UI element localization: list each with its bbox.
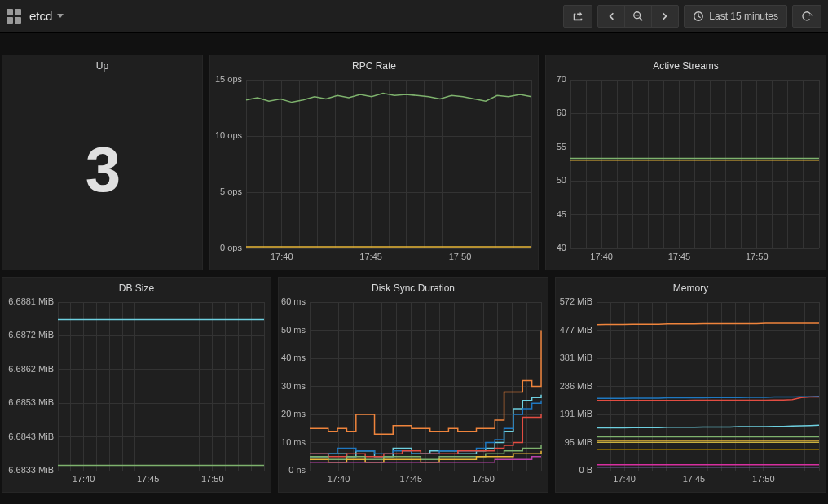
svg-text:17:40: 17:40: [328, 474, 350, 484]
zoom-out-icon: [632, 11, 644, 22]
time-back-button[interactable]: [598, 6, 625, 27]
nav-left: etcd: [7, 9, 64, 24]
dashboard-grid-icon[interactable]: [7, 9, 21, 24]
chevron-left-icon: [606, 11, 617, 22]
chart-rpc-rate: 0 ops5 ops10 ops15 ops17:4017:4517:50: [210, 73, 538, 268]
svg-text:6.6853 MiB: 6.6853 MiB: [8, 397, 54, 407]
svg-text:17:50: 17:50: [201, 474, 224, 484]
dashboard-grid: Up 3 RPC Rate 0 ops5 ops10 ops15 ops17:4…: [0, 33, 828, 504]
time-range-label: Last 15 minutes: [709, 11, 778, 22]
nav-right: Last 15 minutes: [563, 5, 821, 28]
panel-rpc-rate[interactable]: RPC Rate 0 ops5 ops10 ops15 ops17:4017:4…: [209, 55, 539, 270]
svg-text:40: 40: [557, 243, 566, 252]
svg-text:572 MiB: 572 MiB: [560, 296, 592, 306]
dashboard-title-dropdown[interactable]: etcd: [29, 9, 64, 23]
chart-disk-sync: 0 ns10 ms20 ms30 ms40 ms50 ms60 ms17:401…: [279, 296, 548, 490]
chart-active-streams: 40455055607017:4017:4517:50: [546, 73, 826, 268]
svg-text:191 MiB: 191 MiB: [560, 409, 592, 419]
svg-text:17:50: 17:50: [746, 252, 769, 261]
svg-text:17:40: 17:40: [613, 474, 636, 484]
panel-active-streams[interactable]: Active Streams 40455055607017:4017:4517:…: [545, 55, 826, 270]
chart-db-size: 6.6833 MiB6.6843 MiB6.6853 MiB6.6862 MiB…: [2, 296, 271, 490]
share-icon: [572, 11, 584, 22]
svg-text:17:45: 17:45: [359, 252, 382, 261]
svg-text:45: 45: [557, 209, 566, 219]
svg-text:60: 60: [557, 107, 566, 117]
top-nav: etcd Last 15 minutes: [0, 0, 828, 33]
svg-text:10 ms: 10 ms: [281, 437, 306, 447]
panel-title: Active Streams: [546, 55, 826, 73]
panel-title: Up: [2, 55, 202, 73]
chevron-down-icon: [57, 14, 64, 18]
up-value: 3: [86, 133, 119, 207]
svg-text:17:50: 17:50: [472, 474, 495, 484]
svg-text:30 ms: 30 ms: [281, 381, 306, 391]
panel-title: RPC Rate: [210, 55, 538, 73]
chevron-right-icon: [659, 11, 671, 22]
svg-text:60 ms: 60 ms: [281, 296, 306, 306]
panel-db-size[interactable]: DB Size 6.6833 MiB6.6843 MiB6.6853 MiB6.…: [2, 277, 271, 493]
svg-text:17:45: 17:45: [399, 474, 422, 484]
svg-text:50: 50: [557, 175, 566, 185]
panel-title: DB Size: [2, 278, 271, 296]
svg-text:477 MiB: 477 MiB: [560, 325, 592, 335]
panel-title: Disk Sync Duration: [279, 278, 548, 296]
clock-icon: [693, 11, 704, 22]
svg-text:17:40: 17:40: [590, 252, 613, 261]
svg-text:17:50: 17:50: [752, 474, 775, 484]
panel-title: Memory: [556, 278, 826, 296]
svg-text:286 MiB: 286 MiB: [560, 381, 592, 391]
svg-text:0 ops: 0 ops: [220, 243, 242, 252]
time-forward-button[interactable]: [652, 6, 678, 27]
svg-text:20 ms: 20 ms: [281, 409, 306, 419]
svg-text:6.6862 MiB: 6.6862 MiB: [8, 364, 54, 374]
panel-memory[interactable]: Memory 0 B95 MiB191 MiB286 MiB381 MiB477…: [555, 277, 826, 493]
svg-text:0 ns: 0 ns: [288, 465, 306, 475]
svg-text:381 MiB: 381 MiB: [560, 353, 592, 362]
svg-text:5 ops: 5 ops: [220, 186, 242, 196]
svg-text:17:40: 17:40: [73, 474, 95, 484]
refresh-button[interactable]: [792, 5, 821, 28]
svg-text:70: 70: [557, 74, 566, 84]
svg-text:17:45: 17:45: [668, 252, 691, 261]
svg-text:95 MiB: 95 MiB: [565, 437, 592, 447]
svg-text:50 ms: 50 ms: [281, 325, 306, 335]
svg-text:6.6881 MiB: 6.6881 MiB: [8, 296, 54, 306]
svg-text:10 ops: 10 ops: [215, 130, 243, 140]
singlestat-body: 3: [2, 73, 202, 266]
time-nav-group: [597, 5, 679, 28]
svg-text:17:45: 17:45: [137, 474, 160, 484]
svg-text:6.6843 MiB: 6.6843 MiB: [8, 432, 54, 441]
svg-text:40 ms: 40 ms: [281, 353, 306, 362]
svg-text:17:45: 17:45: [683, 474, 706, 484]
refresh-icon: [801, 11, 813, 22]
panel-disk-sync[interactable]: Disk Sync Duration 0 ns10 ms20 ms30 ms40…: [278, 277, 548, 493]
svg-line-1: [640, 17, 643, 20]
svg-text:17:50: 17:50: [449, 252, 472, 261]
svg-text:6.6872 MiB: 6.6872 MiB: [8, 330, 54, 340]
svg-text:6.6833 MiB: 6.6833 MiB: [8, 465, 54, 475]
svg-text:15 ops: 15 ops: [215, 74, 243, 84]
chart-memory: 0 B95 MiB191 MiB286 MiB381 MiB477 MiB572…: [556, 296, 826, 490]
time-range-button[interactable]: Last 15 minutes: [684, 5, 787, 28]
panel-up[interactable]: Up 3: [2, 55, 203, 270]
svg-text:0 B: 0 B: [579, 465, 592, 475]
svg-text:17:40: 17:40: [271, 252, 293, 261]
svg-text:55: 55: [557, 142, 566, 151]
share-button[interactable]: [563, 5, 592, 28]
dashboard-title: etcd: [29, 9, 52, 23]
zoom-out-button[interactable]: [625, 6, 652, 27]
